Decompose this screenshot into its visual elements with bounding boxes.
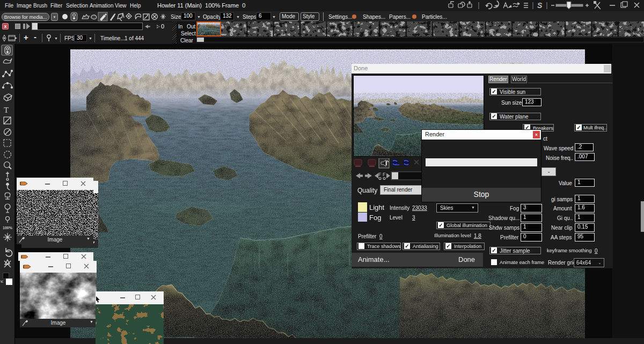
- svg-text:F: F: [378, 172, 382, 177]
- svg-text:100%: 100%: [3, 226, 13, 230]
- svg-text:F: F: [383, 172, 386, 177]
- svg-text:T: T: [4, 106, 9, 114]
- svg-text:S: S: [537, 1, 543, 10]
